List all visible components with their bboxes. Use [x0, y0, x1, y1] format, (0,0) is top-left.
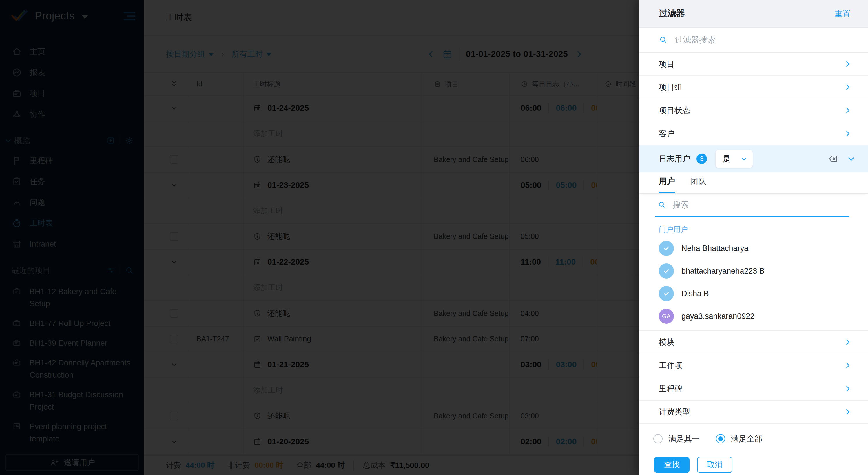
filter-item-log-user[interactable]: 日志用户 3 是: [640, 146, 868, 173]
filter-panel: 过滤器 重置 项目项目组项目状态客户 日志用户 3 是 用户团队 门户用户 Ne: [640, 0, 868, 475]
log-user-label: 日志用户: [659, 154, 690, 164]
filter-item-label: 里程碑: [659, 383, 682, 394]
clear-selection-icon[interactable]: [828, 154, 838, 164]
chevron-right-icon: [844, 361, 852, 369]
filter-item-project-status[interactable]: 项目状态: [640, 99, 868, 122]
chevron-right-icon: [844, 83, 852, 91]
user-list-item[interactable]: GAgaya3.sankaran0922: [640, 305, 868, 327]
chevron-down-icon: [741, 155, 747, 162]
chevron-right-icon: [844, 408, 852, 416]
radio-match-all[interactable]: 满足全部: [716, 434, 762, 444]
radio-label: 满足全部: [731, 434, 762, 444]
filter-item-billing-type[interactable]: 计费类型: [640, 400, 868, 424]
chevron-right-icon: [844, 106, 852, 115]
find-button[interactable]: 查找: [654, 457, 689, 473]
filter-title: 过滤器: [659, 7, 685, 20]
search-icon: [659, 35, 667, 44]
filter-item-work-item[interactable]: 工作项: [640, 354, 868, 377]
operator-select[interactable]: 是: [716, 150, 753, 168]
reset-filters-link[interactable]: 重置: [834, 8, 850, 19]
filter-item-milestone[interactable]: 里程碑: [640, 377, 868, 400]
selected-avatar-icon: [659, 286, 674, 301]
tab-teams[interactable]: 团队: [690, 176, 706, 193]
radio-icon: [653, 434, 662, 443]
app-root: Projects 主页报表项目协作 概览 里程碑任务问题工时表Intranet …: [0, 0, 868, 475]
user-list-item[interactable]: Disha B: [640, 282, 868, 305]
user-search-row: [655, 194, 849, 217]
user-list-item[interactable]: Neha Bhattacharya: [640, 237, 868, 260]
tab-users[interactable]: 用户: [659, 176, 675, 193]
selected-avatar-icon: [659, 263, 674, 278]
filter-items-bottom: 模块工作项里程碑计费类型: [640, 331, 868, 424]
filter-search-input[interactable]: [675, 35, 857, 44]
user-team-tabs: 用户团队: [640, 173, 868, 194]
filter-item-label: 工作项: [659, 360, 682, 371]
user-list: Neha Bhattacharyabhattacharyaneha223 BDi…: [640, 237, 868, 327]
filter-item-label: 客户: [659, 128, 675, 139]
chevron-right-icon: [844, 129, 852, 138]
user-name: Disha B: [681, 289, 709, 298]
filter-item-project-group[interactable]: 项目组: [640, 76, 868, 99]
filter-panel-header: 过滤器 重置: [640, 0, 868, 28]
user-search-input[interactable]: [673, 200, 849, 210]
divider: [640, 327, 868, 331]
check-icon: [662, 245, 670, 252]
filter-item-label: 项目: [659, 59, 675, 69]
portal-users-label: 门户用户: [640, 217, 868, 237]
filter-actions: 查找 取消: [640, 444, 868, 473]
chevron-right-icon: [844, 60, 852, 68]
user-list-item[interactable]: bhattacharyaneha223 B: [640, 260, 868, 282]
radio-selected-icon: [716, 434, 725, 443]
modal-dim-overlay[interactable]: [0, 0, 640, 475]
filter-item-label: 项目组: [659, 82, 682, 92]
check-icon: [662, 290, 670, 297]
filter-item-label: 计费类型: [659, 407, 690, 417]
filter-item-module[interactable]: 模块: [640, 331, 868, 354]
avatar: GA: [659, 309, 674, 324]
selected-count-badge: 3: [696, 154, 707, 164]
cancel-button[interactable]: 取消: [697, 457, 733, 473]
match-mode-radios: 满足其一满足全部: [640, 424, 868, 444]
chevron-right-icon: [844, 338, 852, 346]
radio-match-any[interactable]: 满足其一: [653, 434, 700, 444]
radio-label: 满足其一: [669, 434, 700, 444]
filter-search-row: [640, 28, 868, 53]
collapse-section-icon[interactable]: [847, 155, 855, 163]
filter-items-top: 项目项目组项目状态客户: [640, 53, 868, 146]
filter-item-label: 模块: [659, 337, 675, 348]
user-name: gaya3.sankaran0922: [681, 312, 754, 321]
filter-item-label: 项目状态: [659, 105, 690, 116]
user-name: bhattacharyaneha223 B: [681, 267, 765, 276]
user-name: Neha Bhattacharya: [681, 244, 748, 253]
filter-item-project[interactable]: 项目: [640, 53, 868, 76]
selected-avatar-icon: [659, 241, 674, 256]
filter-item-client[interactable]: 客户: [640, 122, 868, 146]
search-icon: [658, 201, 666, 209]
check-icon: [662, 267, 670, 275]
chevron-right-icon: [844, 385, 852, 393]
